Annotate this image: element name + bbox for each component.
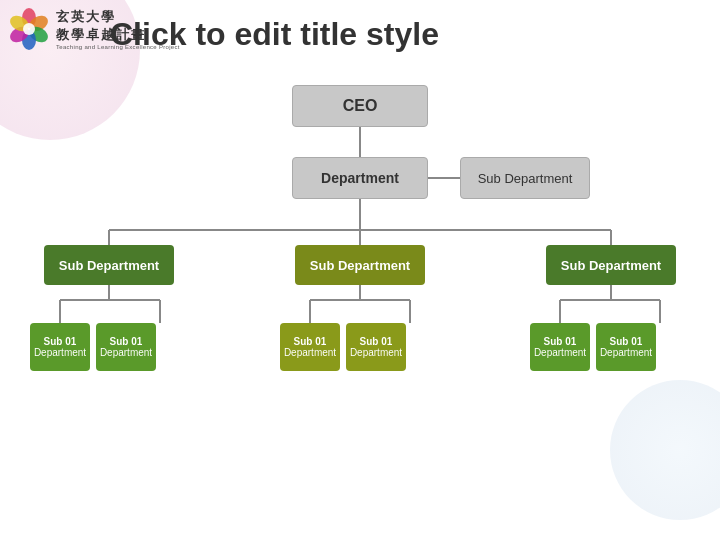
sub01-left-2-dept: Department [100,347,152,358]
sub01-left-1[interactable]: Sub 01 Department [30,323,90,371]
sub01-mid-2[interactable]: Sub 01 Department [346,323,406,371]
subdept-far-box[interactable]: Sub Department [546,245,676,285]
sub01-far-1-dept: Department [534,347,586,358]
ceo-box[interactable]: CEO [292,85,428,127]
subdept-right-label: Sub Department [478,171,573,186]
subdept-far-label: Sub Department [561,258,661,273]
subdept-right-box[interactable]: Sub Department [460,157,590,199]
department-box[interactable]: Department [292,157,428,199]
sub01-far-2-label: Sub 01 [610,336,643,347]
org-lines-svg [0,75,720,540]
sub01-far-2[interactable]: Sub 01 Department [596,323,656,371]
subdept-left-label: Sub Department [59,258,159,273]
sub01-left-2[interactable]: Sub 01 Department [96,323,156,371]
dept-label: Department [321,170,399,186]
org-chart: CEO Department Sub Department Sub Depart… [0,75,720,540]
sub01-mid-1-label: Sub 01 [294,336,327,347]
sub01-far-1-label: Sub 01 [544,336,577,347]
sub01-left-1-label: Sub 01 [44,336,77,347]
subdept-mid-box[interactable]: Sub Department [295,245,425,285]
page-title[interactable]: Click to edit title style [110,16,700,53]
sub01-mid-1[interactable]: Sub 01 Department [280,323,340,371]
sub01-mid-2-label: Sub 01 [360,336,393,347]
sub01-mid-2-dept: Department [350,347,402,358]
logo-icon [8,8,50,50]
subdept-mid-label: Sub Department [310,258,410,273]
ceo-label: CEO [343,97,378,115]
sub01-left-1-dept: Department [34,347,86,358]
sub01-far-2-dept: Department [600,347,652,358]
svg-point-6 [23,23,35,35]
sub01-far-1[interactable]: Sub 01 Department [530,323,590,371]
sub01-left-2-label: Sub 01 [110,336,143,347]
sub01-mid-1-dept: Department [284,347,336,358]
subdept-left-box[interactable]: Sub Department [44,245,174,285]
